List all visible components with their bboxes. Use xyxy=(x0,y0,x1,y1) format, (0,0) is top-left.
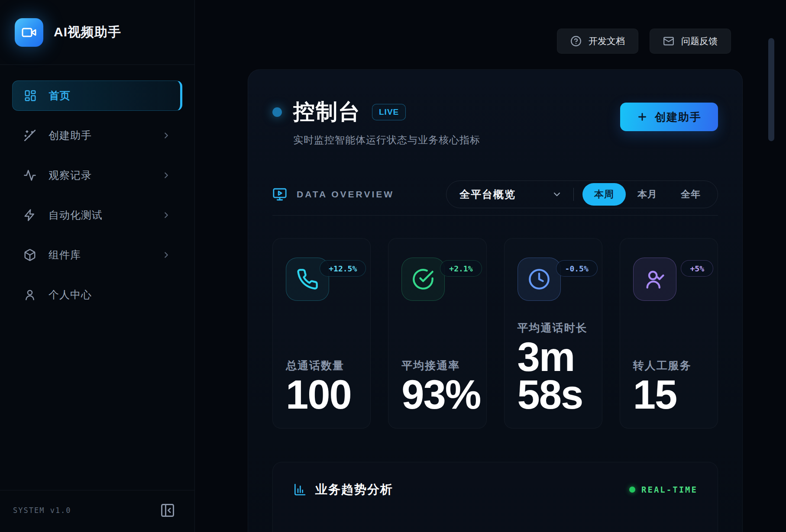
section-divider xyxy=(272,215,718,216)
activity-icon xyxy=(23,169,36,182)
clock-icon xyxy=(518,258,561,301)
section-label: DATA OVERVIEW xyxy=(297,189,394,200)
delta-badge: +12.5% xyxy=(320,260,366,277)
sidebar-item-create-assistant[interactable]: 创建助手 xyxy=(12,120,182,151)
dev-docs-label: 开发文档 xyxy=(589,35,625,47)
sidebar-item-home[interactable]: 首页 xyxy=(12,81,182,111)
sidebar-item-observation-records[interactable]: 观察记录 xyxy=(12,160,182,190)
create-assistant-label: 创建助手 xyxy=(655,110,702,124)
page-title: 控制台 xyxy=(293,97,361,126)
overview-filter-control: 全平台概览 本周 本月 全年 xyxy=(446,181,718,208)
live-badge: LIVE xyxy=(372,104,406,120)
stat-label: 转人工服务 xyxy=(633,358,692,373)
sidebar-item-label: 观察记录 xyxy=(49,168,149,182)
stat-label: 总通话数量 xyxy=(286,358,351,373)
data-overview-row: DATA OVERVIEW 全平台概览 本周 本月 全年 xyxy=(272,181,718,208)
trend-title: 业务趋势分析 xyxy=(315,481,393,498)
sidebar-item-personal-center[interactable]: 个人中心 xyxy=(12,280,182,310)
console-panel: 控制台 LIVE 实时监控智能体运行状态与业务核心指标 创建助手 xyxy=(248,69,743,532)
sidebar-footer: SYSTEM v1.0 xyxy=(0,490,194,532)
delta-badge: -0.5% xyxy=(556,260,598,277)
stat-value: 3m58s xyxy=(518,339,588,413)
status-dot xyxy=(272,107,282,117)
delta-badge: +2.1% xyxy=(440,260,482,277)
stats-row: +12.5% 总通话数量 100 +2.1% 平均接通率 93% xyxy=(272,238,718,429)
box-icon xyxy=(23,248,36,261)
feedback-label: 问题反馈 xyxy=(681,35,718,47)
user-check-icon xyxy=(633,258,676,301)
realtime-dot xyxy=(629,487,635,493)
sidebar-header: AI视频助手 xyxy=(0,0,194,65)
panel-collapse-icon xyxy=(160,503,177,518)
stat-card-avg-call-duration: -0.5% 平均通话时长 3m58s xyxy=(504,238,602,429)
tab-this-week[interactable]: 本周 xyxy=(582,183,626,206)
trend-analysis-panel: 业务趋势分析 REAL-TIME xyxy=(272,462,718,532)
chevron-right-icon xyxy=(162,171,171,180)
dev-docs-button[interactable]: 开发文档 xyxy=(557,29,638,54)
tab-full-year[interactable]: 全年 xyxy=(669,183,712,206)
sidebar-item-label: 首页 xyxy=(49,89,169,103)
vertical-divider xyxy=(573,188,574,201)
stat-card-total-calls: +12.5% 总通话数量 100 xyxy=(272,238,371,429)
stat-label: 平均接通率 xyxy=(401,358,480,373)
mail-icon xyxy=(663,35,674,47)
tab-this-month[interactable]: 本月 xyxy=(626,183,669,206)
check-circle-icon xyxy=(401,258,445,301)
video-camera-icon xyxy=(21,25,37,40)
app-logo xyxy=(15,18,43,47)
sidebar-item-automation-testing[interactable]: 自动化测试 xyxy=(12,200,182,230)
plus-icon xyxy=(637,111,648,123)
wand-icon xyxy=(23,129,36,142)
stat-value: 93% xyxy=(401,376,480,413)
feedback-button[interactable]: 问题反馈 xyxy=(650,29,731,54)
stat-card-human-transfer: +5% 转人工服务 15 xyxy=(620,238,718,429)
sidebar-item-component-library[interactable]: 组件库 xyxy=(12,240,182,270)
user-icon xyxy=(23,288,36,301)
topbar: 开发文档 问题反馈 xyxy=(195,0,786,54)
sidebar: AI视频助手 首页 创建助手 xyxy=(0,0,195,532)
dashboard-icon xyxy=(24,89,37,102)
sidebar-nav: 首页 创建助手 观察记录 xyxy=(0,65,194,310)
sidebar-collapse-button[interactable] xyxy=(160,502,177,519)
stat-value: 100 xyxy=(286,376,351,413)
platform-select[interactable]: 全平台概览 xyxy=(459,187,573,201)
page-subtitle: 实时监控智能体运行状态与业务核心指标 xyxy=(293,133,480,147)
stat-label: 平均通话时长 xyxy=(518,321,588,335)
app-root: AI视频助手 首页 创建助手 xyxy=(0,0,786,532)
sidebar-item-label: 组件库 xyxy=(49,248,149,262)
chevron-right-icon xyxy=(162,210,171,220)
chevron-down-icon xyxy=(552,189,562,200)
sidebar-item-label: 创建助手 xyxy=(49,129,149,142)
chevron-right-icon xyxy=(162,250,171,260)
sidebar-item-label: 个人中心 xyxy=(49,288,171,302)
stat-value: 15 xyxy=(633,376,692,413)
console-header: 控制台 LIVE 实时监控智能体运行状态与业务核心指标 创建助手 xyxy=(272,97,718,147)
bar-chart-icon xyxy=(293,483,307,497)
realtime-badge: REAL-TIME xyxy=(641,485,698,494)
scrollbar-thumb[interactable] xyxy=(768,38,774,141)
system-version: SYSTEM v1.0 xyxy=(13,506,71,515)
main-content: 开发文档 问题反馈 控制台 LIVE 实时监控智能体运行状态与业务核心指标 xyxy=(195,0,786,532)
platform-select-value: 全平台概览 xyxy=(459,187,516,201)
zap-icon xyxy=(23,209,36,222)
help-circle-icon xyxy=(570,35,582,47)
delta-badge: +5% xyxy=(681,260,713,277)
chevron-right-icon xyxy=(162,131,171,140)
sidebar-item-label: 自动化测试 xyxy=(49,208,149,222)
create-assistant-button[interactable]: 创建助手 xyxy=(620,103,718,131)
stat-card-answer-rate: +2.1% 平均接通率 93% xyxy=(388,238,486,429)
app-title: AI视频助手 xyxy=(54,23,121,41)
monitor-play-icon xyxy=(272,187,287,202)
